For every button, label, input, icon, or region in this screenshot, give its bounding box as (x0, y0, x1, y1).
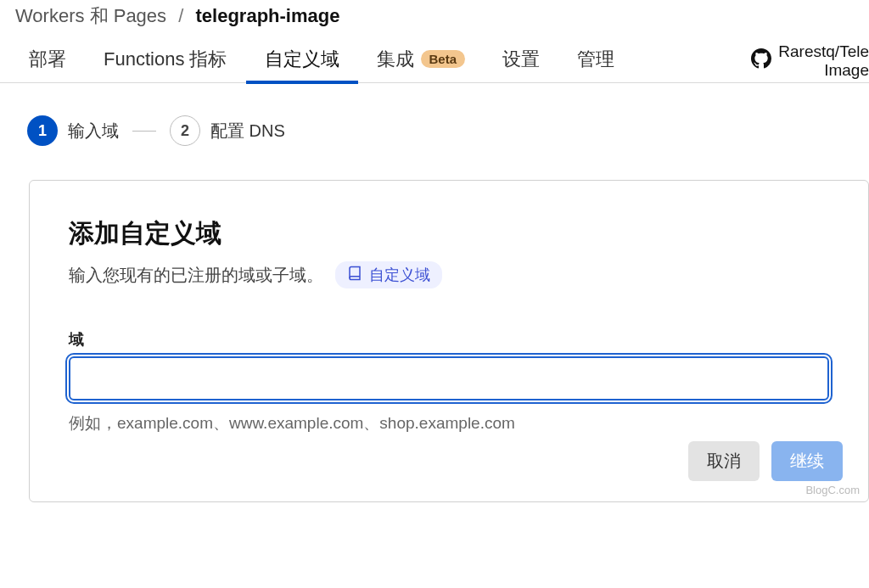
tab-custom-domain[interactable]: 自定义域 (246, 36, 358, 84)
cancel-button[interactable]: 取消 (688, 441, 760, 481)
step-2-label: 配置 DNS (210, 120, 285, 143)
breadcrumb-current: telegraph-image (195, 5, 339, 26)
domain-hint: 例如，example.com、www.example.com、shop.exam… (69, 412, 829, 434)
tab-integrations-label: 集成 (377, 47, 414, 72)
card-description: 输入您现有的已注册的域或子域。 (69, 264, 323, 287)
watermark: BlogC.com (805, 484, 860, 496)
step-2-circle: 2 (170, 115, 200, 146)
step-2: 2 配置 DNS (170, 115, 285, 146)
book-icon (347, 266, 362, 285)
step-1-label: 输入域 (68, 120, 119, 143)
github-repo-link[interactable]: Rarestq/TeleImage (751, 42, 869, 80)
domain-input[interactable] (69, 356, 829, 400)
docs-link-custom-domain[interactable]: 自定义域 (335, 261, 442, 288)
card-title: 添加自定义域 (69, 216, 829, 251)
tab-functions-metrics[interactable]: Functions 指标 (85, 36, 246, 84)
tab-bar: 部署 Functions 指标 自定义域 集成 Beta 设置 管理 Rares… (0, 37, 869, 83)
github-repo-name: Rarestq/TeleImage (778, 42, 869, 80)
breadcrumb: Workers 和 Pages / telegraph-image (0, 0, 869, 37)
content-area: 1 输入域 2 配置 DNS 添加自定义域 输入您现有的已注册的域或子域。 自定… (0, 83, 869, 502)
tab-integrations[interactable]: 集成 Beta (358, 36, 485, 84)
add-domain-card: 添加自定义域 输入您现有的已注册的域或子域。 自定义域 域 例如，example… (29, 180, 869, 502)
step-1-circle: 1 (27, 115, 58, 146)
domain-field-label: 域 (69, 329, 829, 350)
step-1: 1 输入域 (27, 115, 119, 146)
github-icon (751, 48, 771, 73)
card-actions: 取消 继续 (688, 441, 843, 481)
breadcrumb-separator: / (178, 5, 183, 26)
tab-deploy[interactable]: 部署 (10, 36, 85, 84)
docs-link-label: 自定义域 (369, 265, 430, 285)
tab-settings[interactable]: 设置 (484, 36, 558, 84)
tab-manage[interactable]: 管理 (558, 36, 633, 84)
breadcrumb-root[interactable]: Workers 和 Pages (15, 5, 166, 26)
step-indicator: 1 输入域 2 配置 DNS (27, 115, 869, 146)
continue-button[interactable]: 继续 (771, 441, 843, 481)
beta-badge: Beta (421, 50, 466, 68)
step-connector (132, 131, 156, 132)
